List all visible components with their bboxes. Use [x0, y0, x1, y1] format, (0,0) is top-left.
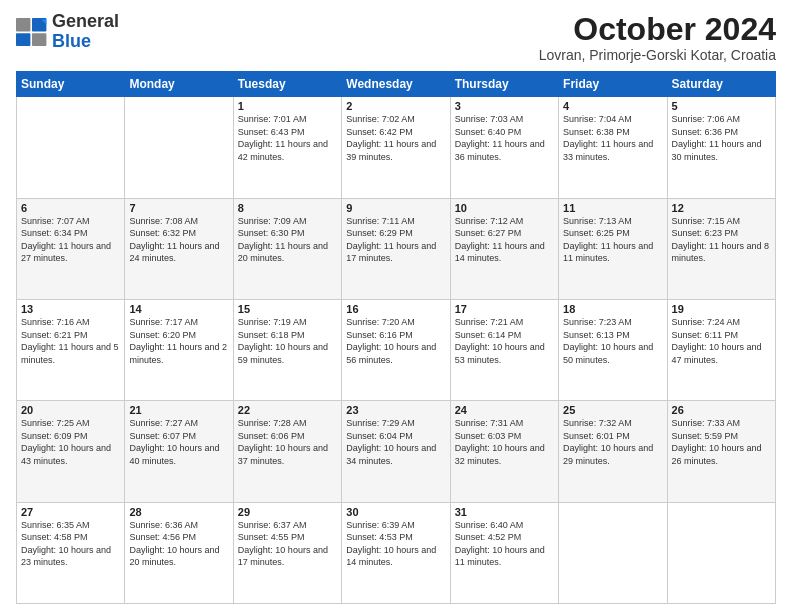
- calendar-cell: 22Sunrise: 7:28 AM Sunset: 6:06 PM Dayli…: [233, 401, 341, 502]
- day-info: Sunrise: 7:08 AM Sunset: 6:32 PM Dayligh…: [129, 215, 228, 265]
- day-number: 2: [346, 100, 445, 112]
- calendar-week-0: 1Sunrise: 7:01 AM Sunset: 6:43 PM Daylig…: [17, 97, 776, 198]
- calendar-body: 1Sunrise: 7:01 AM Sunset: 6:43 PM Daylig…: [17, 97, 776, 604]
- calendar-cell: 5Sunrise: 7:06 AM Sunset: 6:36 PM Daylig…: [667, 97, 775, 198]
- day-info: Sunrise: 7:02 AM Sunset: 6:42 PM Dayligh…: [346, 113, 445, 163]
- day-number: 25: [563, 404, 662, 416]
- header: General Blue October 2024 Lovran, Primor…: [16, 12, 776, 63]
- calendar-cell: 25Sunrise: 7:32 AM Sunset: 6:01 PM Dayli…: [559, 401, 667, 502]
- calendar-cell: 9Sunrise: 7:11 AM Sunset: 6:29 PM Daylig…: [342, 198, 450, 299]
- day-info: Sunrise: 6:40 AM Sunset: 4:52 PM Dayligh…: [455, 519, 554, 569]
- day-info: Sunrise: 7:03 AM Sunset: 6:40 PM Dayligh…: [455, 113, 554, 163]
- day-info: Sunrise: 7:21 AM Sunset: 6:14 PM Dayligh…: [455, 316, 554, 366]
- calendar-cell: 7Sunrise: 7:08 AM Sunset: 6:32 PM Daylig…: [125, 198, 233, 299]
- calendar-week-2: 13Sunrise: 7:16 AM Sunset: 6:21 PM Dayli…: [17, 299, 776, 400]
- day-number: 6: [21, 202, 120, 214]
- svg-rect-2: [16, 33, 30, 46]
- day-info: Sunrise: 7:11 AM Sunset: 6:29 PM Dayligh…: [346, 215, 445, 265]
- title-block: October 2024 Lovran, Primorje-Gorski Kot…: [539, 12, 776, 63]
- calendar-cell: 1Sunrise: 7:01 AM Sunset: 6:43 PM Daylig…: [233, 97, 341, 198]
- page: General Blue October 2024 Lovran, Primor…: [0, 0, 792, 612]
- day-number: 20: [21, 404, 120, 416]
- day-number: 29: [238, 506, 337, 518]
- calendar-cell: 12Sunrise: 7:15 AM Sunset: 6:23 PM Dayli…: [667, 198, 775, 299]
- day-number: 1: [238, 100, 337, 112]
- calendar-cell: [17, 97, 125, 198]
- day-info: Sunrise: 7:27 AM Sunset: 6:07 PM Dayligh…: [129, 417, 228, 467]
- day-number: 12: [672, 202, 771, 214]
- day-info: Sunrise: 6:36 AM Sunset: 4:56 PM Dayligh…: [129, 519, 228, 569]
- calendar-cell: 15Sunrise: 7:19 AM Sunset: 6:18 PM Dayli…: [233, 299, 341, 400]
- day-number: 27: [21, 506, 120, 518]
- day-number: 15: [238, 303, 337, 315]
- day-number: 19: [672, 303, 771, 315]
- calendar-week-3: 20Sunrise: 7:25 AM Sunset: 6:09 PM Dayli…: [17, 401, 776, 502]
- day-info: Sunrise: 7:09 AM Sunset: 6:30 PM Dayligh…: [238, 215, 337, 265]
- day-info: Sunrise: 7:24 AM Sunset: 6:11 PM Dayligh…: [672, 316, 771, 366]
- calendar-cell: 8Sunrise: 7:09 AM Sunset: 6:30 PM Daylig…: [233, 198, 341, 299]
- calendar-cell: [559, 502, 667, 603]
- day-number: 18: [563, 303, 662, 315]
- day-number: 14: [129, 303, 228, 315]
- calendar-cell: 4Sunrise: 7:04 AM Sunset: 6:38 PM Daylig…: [559, 97, 667, 198]
- day-info: Sunrise: 6:39 AM Sunset: 4:53 PM Dayligh…: [346, 519, 445, 569]
- day-info: Sunrise: 7:01 AM Sunset: 6:43 PM Dayligh…: [238, 113, 337, 163]
- calendar-cell: 31Sunrise: 6:40 AM Sunset: 4:52 PM Dayli…: [450, 502, 558, 603]
- day-info: Sunrise: 7:06 AM Sunset: 6:36 PM Dayligh…: [672, 113, 771, 163]
- day-number: 30: [346, 506, 445, 518]
- weekday-header-wednesday: Wednesday: [342, 72, 450, 97]
- day-number: 9: [346, 202, 445, 214]
- day-number: 8: [238, 202, 337, 214]
- calendar-header: SundayMondayTuesdayWednesdayThursdayFrid…: [17, 72, 776, 97]
- day-number: 17: [455, 303, 554, 315]
- calendar-cell: 21Sunrise: 7:27 AM Sunset: 6:07 PM Dayli…: [125, 401, 233, 502]
- logo: General Blue: [16, 12, 119, 52]
- day-info: Sunrise: 7:17 AM Sunset: 6:20 PM Dayligh…: [129, 316, 228, 366]
- calendar-cell: 24Sunrise: 7:31 AM Sunset: 6:03 PM Dayli…: [450, 401, 558, 502]
- weekday-row: SundayMondayTuesdayWednesdayThursdayFrid…: [17, 72, 776, 97]
- day-info: Sunrise: 7:20 AM Sunset: 6:16 PM Dayligh…: [346, 316, 445, 366]
- day-number: 22: [238, 404, 337, 416]
- calendar-cell: [125, 97, 233, 198]
- day-number: 23: [346, 404, 445, 416]
- calendar-cell: 17Sunrise: 7:21 AM Sunset: 6:14 PM Dayli…: [450, 299, 558, 400]
- weekday-header-tuesday: Tuesday: [233, 72, 341, 97]
- weekday-header-friday: Friday: [559, 72, 667, 97]
- day-number: 11: [563, 202, 662, 214]
- day-info: Sunrise: 6:35 AM Sunset: 4:58 PM Dayligh…: [21, 519, 120, 569]
- calendar-cell: 28Sunrise: 6:36 AM Sunset: 4:56 PM Dayli…: [125, 502, 233, 603]
- calendar-cell: 23Sunrise: 7:29 AM Sunset: 6:04 PM Dayli…: [342, 401, 450, 502]
- day-info: Sunrise: 7:19 AM Sunset: 6:18 PM Dayligh…: [238, 316, 337, 366]
- calendar-cell: 30Sunrise: 6:39 AM Sunset: 4:53 PM Dayli…: [342, 502, 450, 603]
- day-number: 24: [455, 404, 554, 416]
- calendar-cell: 11Sunrise: 7:13 AM Sunset: 6:25 PM Dayli…: [559, 198, 667, 299]
- calendar-cell: 13Sunrise: 7:16 AM Sunset: 6:21 PM Dayli…: [17, 299, 125, 400]
- main-title: October 2024: [539, 12, 776, 47]
- day-info: Sunrise: 7:07 AM Sunset: 6:34 PM Dayligh…: [21, 215, 120, 265]
- day-info: Sunrise: 7:32 AM Sunset: 6:01 PM Dayligh…: [563, 417, 662, 467]
- day-info: Sunrise: 7:25 AM Sunset: 6:09 PM Dayligh…: [21, 417, 120, 467]
- day-number: 13: [21, 303, 120, 315]
- day-number: 16: [346, 303, 445, 315]
- day-number: 28: [129, 506, 228, 518]
- logo-general: General: [52, 11, 119, 31]
- calendar-cell: 29Sunrise: 6:37 AM Sunset: 4:55 PM Dayli…: [233, 502, 341, 603]
- calendar-cell: 18Sunrise: 7:23 AM Sunset: 6:13 PM Dayli…: [559, 299, 667, 400]
- day-info: Sunrise: 7:29 AM Sunset: 6:04 PM Dayligh…: [346, 417, 445, 467]
- calendar-cell: 3Sunrise: 7:03 AM Sunset: 6:40 PM Daylig…: [450, 97, 558, 198]
- svg-rect-0: [16, 18, 30, 32]
- day-info: Sunrise: 7:15 AM Sunset: 6:23 PM Dayligh…: [672, 215, 771, 265]
- day-number: 3: [455, 100, 554, 112]
- day-info: Sunrise: 7:28 AM Sunset: 6:06 PM Dayligh…: [238, 417, 337, 467]
- day-number: 31: [455, 506, 554, 518]
- calendar-cell: 26Sunrise: 7:33 AM Sunset: 5:59 PM Dayli…: [667, 401, 775, 502]
- day-number: 4: [563, 100, 662, 112]
- weekday-header-monday: Monday: [125, 72, 233, 97]
- day-info: Sunrise: 7:13 AM Sunset: 6:25 PM Dayligh…: [563, 215, 662, 265]
- day-number: 21: [129, 404, 228, 416]
- svg-rect-3: [32, 33, 46, 46]
- day-number: 10: [455, 202, 554, 214]
- logo-icon: [16, 18, 48, 46]
- calendar-week-4: 27Sunrise: 6:35 AM Sunset: 4:58 PM Dayli…: [17, 502, 776, 603]
- calendar-cell: [667, 502, 775, 603]
